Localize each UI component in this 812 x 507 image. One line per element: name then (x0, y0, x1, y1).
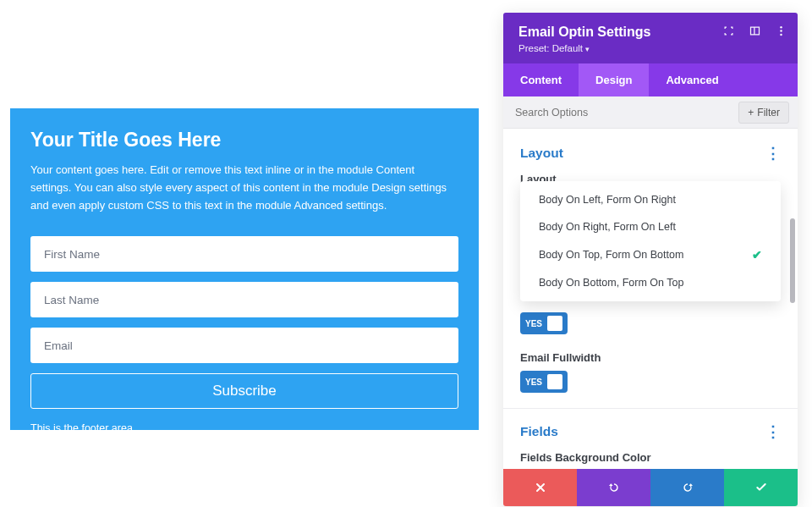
module-settings-panel: Email Optin Settings Preset: Default Con… (503, 13, 798, 506)
layout-option-label: Body On Right, Form On Left (539, 221, 676, 233)
section-layout-label: Layout (520, 146, 563, 161)
fields-bg-label: Fields Background Color (520, 451, 781, 464)
first-name-input[interactable] (30, 236, 458, 272)
panel-actions (503, 469, 798, 506)
toggle-label: YES (525, 377, 542, 387)
optin-body[interactable]: Your content goes here. Edit or remove t… (30, 162, 458, 214)
layout-option[interactable]: Body On Top, Form On Bottom ✔ (520, 240, 781, 269)
email-fullwidth-label: Email Fullwidth (520, 351, 781, 364)
layout-option-label: Body On Bottom, Form On Top (539, 277, 683, 289)
tab-content[interactable]: Content (503, 63, 579, 96)
section-fields-label: Fields (520, 424, 558, 439)
layout-dropdown[interactable]: Body On Left, Form On Right Body On Righ… (520, 181, 781, 301)
toggle-knob (547, 316, 562, 331)
confirm-button[interactable] (724, 469, 798, 506)
filter-button[interactable]: + Filter (738, 102, 789, 124)
optin-form: Subscribe (30, 236, 458, 409)
optin-footer[interactable]: This is the footer area. (30, 422, 458, 434)
redo-button[interactable] (650, 469, 724, 506)
section-layout[interactable]: Layout ⋮ (520, 146, 781, 161)
expand-icon[interactable] (722, 25, 735, 41)
scrollbar[interactable] (790, 218, 795, 303)
preset-picker[interactable]: Preset: Default (518, 43, 782, 53)
layout-option-label: Body On Left, Form On Right (539, 194, 676, 206)
layout-option[interactable]: Body On Bottom, Form On Top (520, 269, 781, 296)
divider (503, 408, 798, 409)
svg-point-1 (780, 30, 782, 32)
email-optin-preview: Your Title Goes Here Your content goes h… (10, 108, 479, 430)
layout-option-label: Body On Top, Form On Bottom (539, 249, 683, 261)
layout-option[interactable]: Body On Left, Form On Right (520, 186, 781, 213)
tab-advanced[interactable]: Advanced (649, 63, 735, 96)
email-input[interactable] (30, 328, 458, 363)
check-icon: ✔ (752, 248, 762, 262)
kebab-icon[interactable] (775, 25, 787, 41)
layout-option[interactable]: Body On Right, Form On Left (520, 213, 781, 240)
last-name-input[interactable] (30, 282, 458, 317)
panel-header: Email Optin Settings Preset: Default (503, 13, 798, 63)
toggle-yes[interactable]: YES (520, 312, 568, 334)
search-input[interactable] (515, 107, 738, 118)
svg-point-0 (780, 26, 782, 29)
optin-title[interactable]: Your Title Goes Here (30, 129, 458, 152)
search-row: + Filter (503, 96, 798, 129)
undo-button[interactable] (577, 469, 650, 506)
toggle-label: YES (525, 319, 542, 328)
filter-label: Filter (757, 107, 780, 118)
section-fields[interactable]: Fields ⋮ (520, 424, 781, 439)
plus-icon: + (748, 107, 754, 118)
delete-button[interactable] (503, 469, 577, 506)
toggle-email-fullwidth[interactable]: YES (520, 371, 568, 393)
panel-body: Layout ⋮ Layout Body On Left, Form On Ri… (503, 129, 798, 469)
columns-icon[interactable] (749, 25, 761, 41)
tabs: Content Design Advanced (503, 63, 798, 96)
tab-design[interactable]: Design (579, 63, 649, 96)
toggle-knob (547, 374, 562, 389)
subscribe-button[interactable]: Subscribe (30, 373, 458, 409)
svg-point-2 (780, 34, 782, 36)
